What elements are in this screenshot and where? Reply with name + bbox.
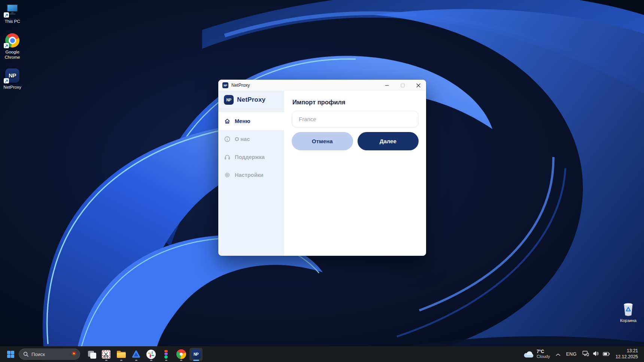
file-explorer-icon — [117, 351, 126, 358]
battery-icon[interactable] — [603, 351, 610, 358]
desktop-icon-recycle-bin[interactable]: Корзина — [617, 301, 640, 323]
windows-logo-icon — [7, 351, 14, 358]
sidebar-item-label: Меню — [235, 118, 250, 124]
sidebar-item-label: О нас — [235, 136, 250, 142]
profile-name-input[interactable] — [292, 111, 419, 128]
sidebar-item-about[interactable]: О нас — [218, 130, 284, 148]
sidebar-item-menu[interactable]: Меню — [218, 112, 284, 130]
home-icon — [224, 118, 231, 125]
shortcut-arrow-icon — [4, 78, 9, 83]
file-explorer-button[interactable] — [115, 348, 128, 361]
gear-icon — [224, 172, 231, 178]
tray-date: 12.12.2025 — [616, 354, 638, 359]
chrome-icon — [176, 349, 186, 359]
blue-triangle-app-icon — [131, 350, 141, 359]
netproxy-window: NP NetProxy NP NetProxy — [218, 80, 426, 256]
language-indicator[interactable]: ENG — [566, 352, 577, 357]
desktop-icon-netproxy[interactable]: NP NetProxy — [1, 68, 24, 90]
slack-button[interactable] — [145, 348, 158, 361]
netproxy-icon: NP — [4, 68, 20, 83]
desktop-icon-label: Корзина — [620, 318, 637, 323]
close-button[interactable] — [410, 80, 426, 91]
sidebar-item-label: Поддержка — [235, 154, 265, 160]
task-view-button[interactable] — [85, 348, 98, 361]
netproxy-logo-icon: NP — [224, 95, 234, 105]
chrome-button[interactable] — [174, 348, 188, 361]
sidebar-item-settings[interactable]: Настройки — [218, 166, 284, 184]
main-content: Импорт профиля Отмена Далее — [284, 91, 426, 256]
clock-widget[interactable]: 13:21 12.12.2025 — [616, 348, 638, 360]
netproxy-taskbar-button[interactable]: NP — [189, 348, 203, 361]
sidebar: NP NetProxy Меню О нас — [218, 91, 284, 256]
netproxy-logo-text: NetProxy — [237, 96, 265, 104]
app-logo-icon: NP — [222, 82, 228, 88]
desktop-icon-label: Google Chrome — [1, 49, 24, 60]
sidebar-item-support[interactable]: Поддержка — [218, 148, 284, 166]
blue-triangle-app-button[interactable] — [130, 348, 143, 361]
cancel-button[interactable]: Отмена — [292, 132, 353, 150]
page-title: Импорт профиля — [292, 99, 418, 106]
tray-time: 13:21 — [627, 348, 638, 353]
weather-widget[interactable]: 7°C Cloudy — [523, 349, 550, 359]
desktop-icon-google-chrome[interactable]: Google Chrome — [1, 33, 24, 60]
taskbar-apps: NP — [85, 348, 203, 361]
window-titlebar[interactable]: NP NetProxy — [218, 80, 426, 91]
next-button[interactable]: Далее — [358, 132, 419, 150]
recycle-bin-icon — [620, 301, 636, 316]
info-icon — [224, 136, 231, 142]
snipping-tool-button[interactable] — [100, 348, 113, 361]
search-icon — [23, 352, 28, 357]
volume-icon[interactable] — [593, 351, 599, 358]
seasonal-flower-icon — [71, 350, 77, 358]
system-tray: 7°C Cloudy ENG — [523, 348, 641, 360]
minimize-button[interactable] — [379, 80, 395, 91]
sidebar-item-label: Настройки — [235, 172, 264, 178]
search-placeholder: Поиск — [31, 352, 45, 357]
chrome-icon — [4, 33, 20, 48]
desktop-icon-label: NetProxy — [3, 85, 21, 90]
tray-chevron-up-icon[interactable] — [556, 351, 561, 358]
shortcut-arrow-icon — [4, 12, 9, 18]
netproxy-icon: NP — [191, 349, 201, 359]
figma-icon — [164, 350, 168, 359]
this-pc-icon — [4, 2, 20, 17]
network-icon[interactable] — [582, 350, 589, 358]
shortcut-arrow-icon — [4, 43, 9, 48]
cloud-icon — [523, 350, 534, 358]
maximize-button[interactable] — [395, 80, 410, 91]
taskbar: Поиск — [0, 346, 644, 362]
weather-temperature: 7°C — [537, 349, 550, 354]
snipping-tool-icon — [102, 350, 110, 359]
taskbar-search[interactable]: Поиск — [19, 349, 80, 360]
headset-icon — [224, 154, 231, 160]
slack-icon — [146, 350, 156, 359]
desktop-icon-this-pc[interactable]: This PC — [1, 2, 24, 24]
weather-condition: Cloudy — [537, 354, 550, 359]
sidebar-nav: Меню О нас Поддержка — [218, 112, 284, 184]
window-title: NetProxy — [231, 83, 250, 88]
desktop-icon-label: This PC — [5, 19, 20, 24]
start-button[interactable] — [4, 348, 17, 361]
figma-button[interactable] — [160, 348, 173, 361]
app-logo: NP NetProxy — [218, 91, 284, 109]
